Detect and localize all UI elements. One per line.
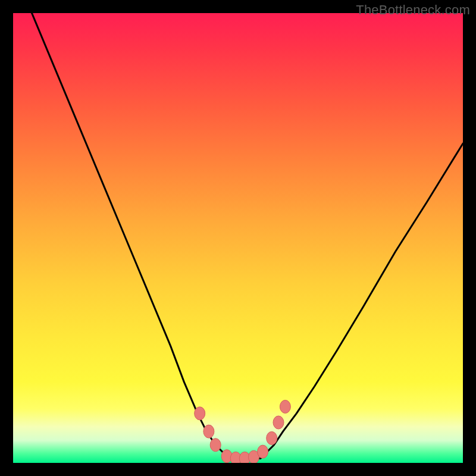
- data-marker: [280, 400, 290, 414]
- data-markers-group: [195, 400, 291, 464]
- data-marker: [267, 431, 277, 444]
- data-marker: [203, 425, 214, 438]
- data-marker: [195, 407, 205, 420]
- gradient-plot-area: [13, 13, 463, 463]
- watermark-text: TheBottleneck.com: [356, 2, 470, 18]
- data-marker: [258, 445, 268, 458]
- data-marker: [210, 439, 221, 452]
- data-marker: [273, 416, 284, 429]
- chart-frame: TheBottleneck.com: [0, 0, 476, 476]
- bottleneck-curve-line: [13, 13, 463, 458]
- bottleneck-curve-svg: [13, 13, 463, 463]
